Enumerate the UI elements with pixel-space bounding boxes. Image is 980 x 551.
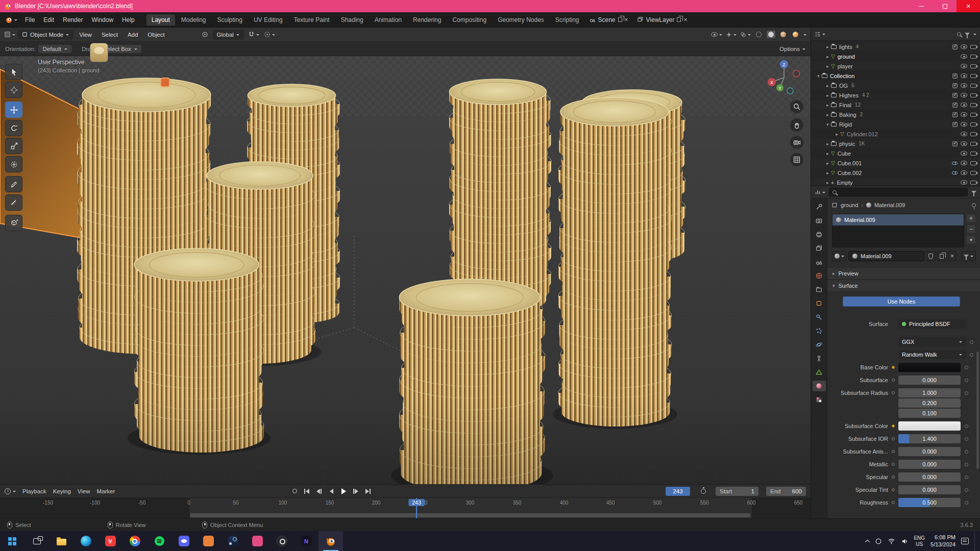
expand-caret-icon[interactable]	[824, 180, 831, 185]
workspace-tab-rendering[interactable]: Rendering	[408, 14, 446, 26]
timeline-scrollbar[interactable]	[190, 513, 750, 517]
metallic-field[interactable]: 0.000	[898, 460, 961, 469]
menu-render[interactable]: Render	[59, 15, 87, 25]
outliner-row-baking[interactable]: Baking 2	[811, 110, 980, 119]
editor-type-button[interactable]	[4, 31, 15, 38]
tab-modifiers[interactable]	[813, 312, 826, 322]
tab-object[interactable]	[813, 298, 826, 309]
outliner-row-physic[interactable]: physic 1K	[811, 139, 980, 148]
disable-render-icon[interactable]	[970, 74, 976, 78]
animate-decorator[interactable]	[965, 391, 968, 395]
hide-eye-icon[interactable]	[961, 132, 967, 136]
animate-decorator[interactable]	[965, 424, 968, 428]
timeline-editor-type-button[interactable]	[5, 488, 16, 494]
tab-physics[interactable]	[813, 339, 826, 350]
axis-navigation-gizmo[interactable]: Z X Y	[765, 58, 803, 97]
remove-viewlayer-icon[interactable]	[683, 16, 687, 23]
animate-decorator[interactable]	[965, 379, 968, 382]
subsurface-anisotropy-field[interactable]: 0.000	[898, 447, 961, 456]
outliner-row-cube-001[interactable]: Cube.001	[811, 158, 980, 168]
hide-eye-icon[interactable]	[961, 54, 967, 59]
pivot-point-icon[interactable]	[202, 31, 208, 38]
menu-window[interactable]: Window	[87, 15, 117, 25]
outliner-row-highres[interactable]: Highres 4 2	[811, 90, 980, 100]
app-n-button[interactable]	[294, 531, 318, 551]
animate-decorator[interactable]	[970, 340, 973, 344]
expand-caret-icon[interactable]	[834, 132, 840, 137]
expand-caret-icon[interactable]	[824, 83, 831, 88]
taskbar-clock[interactable]: 6:08 PM 5/13/2024	[930, 534, 955, 548]
outliner-options-icon[interactable]	[973, 34, 976, 37]
new-scene-icon[interactable]	[618, 17, 622, 22]
disable-render-icon[interactable]	[970, 84, 976, 88]
subsurface-color-swatch[interactable]	[898, 421, 961, 431]
disable-render-icon[interactable]	[970, 152, 976, 156]
timeline-menu-keying[interactable]: Keying	[53, 488, 71, 494]
scale-tool-button[interactable]	[5, 138, 22, 154]
use-nodes-button[interactable]: Use Nodes	[843, 296, 960, 307]
workspace-tab-uv-editing[interactable]: UV Editing	[249, 14, 288, 26]
subsurface-radius-field-1[interactable]: 1.000	[898, 388, 961, 397]
collapse-caret-icon[interactable]	[824, 122, 831, 127]
animate-decorator[interactable]	[970, 353, 973, 357]
disable-render-icon[interactable]	[970, 93, 976, 97]
new-material-button[interactable]	[937, 251, 946, 261]
spotify-button[interactable]	[147, 531, 172, 551]
pin-icon[interactable]	[972, 203, 976, 207]
roughness-slider[interactable]: 0.500	[898, 498, 961, 507]
outliner-filter-icon[interactable]	[965, 33, 970, 36]
shading-rendered-button[interactable]	[791, 31, 800, 38]
rotate-tool-button[interactable]	[5, 120, 22, 136]
subsurface-radius-field-3[interactable]: 0.100	[898, 409, 961, 418]
timeline-ruler[interactable]: -150 -100 -50 0 50 100 150 200 250 300 3…	[0, 498, 811, 518]
app-orange-button[interactable]	[196, 531, 220, 551]
specular-field[interactable]: 0.000	[898, 472, 961, 482]
timeline-menu-marker[interactable]: Marker	[97, 488, 115, 494]
vivaldi-button[interactable]	[98, 531, 122, 551]
annotate-tool-button[interactable]	[5, 176, 22, 192]
animate-decorator[interactable]	[965, 450, 968, 454]
tab-world[interactable]	[813, 270, 826, 281]
exclude-checkbox[interactable]	[952, 141, 958, 146]
app-dark-button[interactable]	[270, 531, 294, 551]
animate-decorator[interactable]	[965, 366, 968, 369]
hide-eye-icon[interactable]	[961, 103, 967, 107]
blender-menu-icon[interactable]	[5, 16, 17, 23]
tab-texture[interactable]	[813, 394, 826, 405]
disable-render-icon[interactable]	[970, 113, 976, 117]
show-overlays-toggle-icon[interactable]	[740, 32, 751, 38]
edge-button[interactable]	[74, 531, 98, 551]
language-indicator[interactable]: ENG US	[914, 535, 925, 547]
workspace-tab-texture-paint[interactable]: Texture Paint	[289, 14, 335, 26]
hide-eye-icon[interactable]	[961, 170, 967, 175]
proportional-editing-icon[interactable]	[264, 31, 275, 38]
playhead-frame-badge[interactable]: 243	[408, 499, 425, 506]
scene-selector[interactable]: Scene	[585, 16, 632, 23]
disable-render-icon[interactable]	[970, 45, 976, 49]
start-button[interactable]	[0, 531, 24, 551]
tab-view-layer[interactable]	[813, 243, 826, 254]
tab-scene[interactable]	[813, 257, 826, 267]
stopwatch-icon[interactable]	[701, 489, 706, 494]
hide-eye-icon[interactable]	[961, 112, 967, 117]
hide-eye-icon[interactable]	[961, 161, 967, 165]
expand-caret-icon[interactable]	[824, 44, 831, 49]
expand-caret-icon[interactable]	[824, 141, 831, 146]
workspace-tab-sculpting[interactable]: Sculpting	[212, 14, 248, 26]
axis-negative-x-ball[interactable]	[793, 70, 800, 77]
file-explorer-button[interactable]	[49, 531, 74, 551]
close-button[interactable]	[957, 0, 980, 12]
distribution-dropdown[interactable]: GGX	[898, 337, 966, 346]
steam-button[interactable]	[220, 531, 245, 551]
browse-material-button[interactable]	[832, 251, 847, 261]
shading-solid-button[interactable]	[767, 31, 775, 38]
outliner-row-cube[interactable]: Cube	[811, 148, 980, 158]
action-center-icon[interactable]	[961, 538, 969, 544]
viewport-menu-select[interactable]: Select	[98, 31, 121, 39]
subsurface-radius-field-2[interactable]: 0.200	[898, 398, 961, 408]
tab-tool[interactable]	[813, 202, 826, 212]
expand-caret-icon[interactable]	[824, 64, 831, 69]
viewport-menu-object[interactable]: Object	[144, 31, 168, 39]
workspace-tab-modeling[interactable]: Modeling	[176, 14, 211, 26]
specular-tint-field[interactable]: 0.000	[898, 485, 961, 494]
